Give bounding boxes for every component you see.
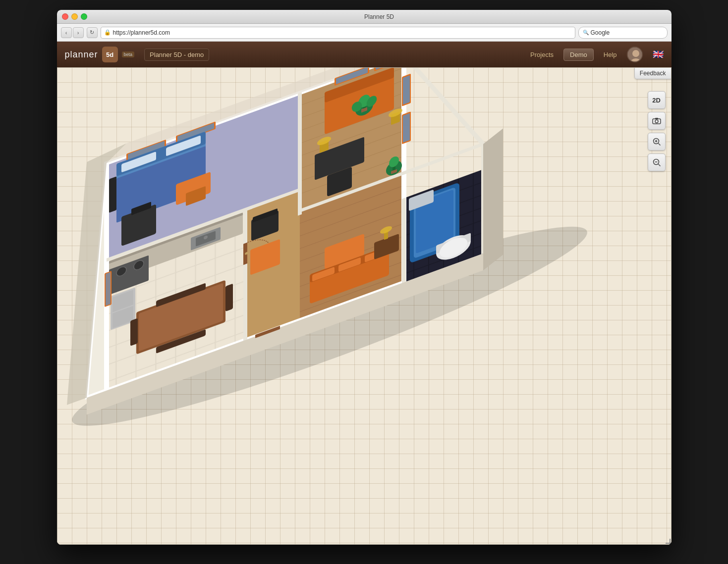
demo-button[interactable]: Demo [563,49,594,61]
close-button[interactable] [62,13,68,20]
projects-link[interactable]: Projects [530,51,554,58]
resize-handle[interactable] [666,539,672,545]
svg-marker-56 [483,128,503,270]
language-flag[interactable]: 🇬🇧 [653,49,664,60]
viewport: Feedback 2D [57,67,672,545]
nav-buttons: ‹ › [61,27,84,38]
search-field[interactable]: 🔍 Google [578,27,668,39]
help-link[interactable]: Help [604,51,617,58]
logo-5d: 5d [102,47,118,62]
svg-rect-114 [225,284,233,311]
back-button[interactable]: ‹ [61,27,72,38]
user-avatar[interactable] [627,47,643,62]
url-bar: ‹ › ↻ 🔒 https://planner5d.com 🔍 Google [57,24,672,42]
lock-icon: 🔒 [104,29,111,36]
search-icon: 🔍 [583,30,589,35]
forward-button[interactable]: › [73,27,84,38]
svg-point-1 [632,50,639,57]
window-title: Planner 5D [92,13,667,20]
svg-rect-137 [106,272,111,306]
header-nav: Projects Demo Help 🇬🇧 [530,47,663,62]
mac-window: Planner 5D ‹ › ↻ 🔒 https://planner5d.com… [57,10,672,545]
floorplan-canvas[interactable] [57,67,672,545]
svg-rect-70 [403,113,410,142]
reload-button[interactable]: ↻ [87,27,98,38]
svg-rect-113 [130,318,138,346]
url-field[interactable]: 🔒 https://planner5d.com [101,27,575,39]
maximize-button[interactable] [81,13,87,20]
window-controls [62,13,87,20]
beta-badge: beta [122,51,135,57]
logo-area: planner 5d beta [65,47,135,62]
app-header: planner 5d beta Planner 5D - demo Projec… [57,42,672,67]
svg-rect-83 [109,176,116,212]
url-text: https://planner5d.com [113,29,170,36]
project-name[interactable]: Planner 5D - demo [144,49,209,61]
title-bar: Planner 5D [57,10,672,24]
svg-rect-68 [403,75,410,104]
logo-text: planner [65,50,98,60]
search-placeholder: Google [591,29,610,36]
minimize-button[interactable] [71,13,78,20]
